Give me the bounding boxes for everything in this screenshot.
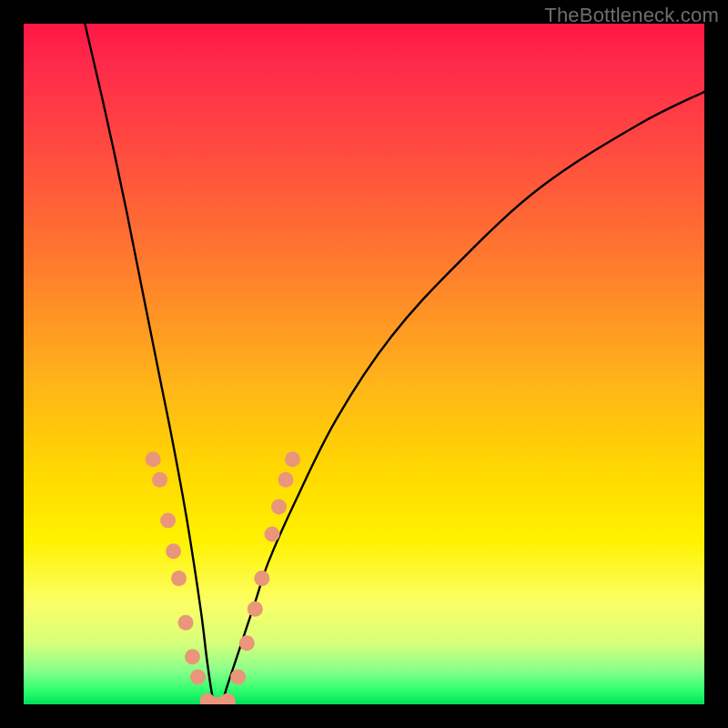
- data-marker: [239, 635, 255, 651]
- data-marker: [185, 649, 200, 664]
- data-marker: [171, 571, 187, 586]
- marker-layer: [146, 451, 300, 704]
- data-marker: [146, 451, 161, 467]
- bottleneck-curve: [85, 24, 704, 704]
- data-marker: [166, 543, 181, 559]
- data-marker: [265, 527, 280, 542]
- data-marker: [278, 472, 293, 488]
- watermark-text: TheBottleneck.com: [544, 4, 719, 27]
- data-marker: [271, 500, 287, 515]
- plot-area: [24, 24, 704, 704]
- curve-layer: [85, 24, 704, 704]
- data-marker: [254, 571, 269, 586]
- data-marker: [248, 602, 263, 617]
- data-marker: [285, 451, 300, 467]
- data-marker: [220, 693, 236, 704]
- data-marker: [190, 670, 206, 685]
- data-marker: [178, 615, 194, 631]
- data-marker: [230, 670, 246, 685]
- data-marker: [152, 472, 167, 488]
- bottleneck-chart: [24, 24, 704, 704]
- data-marker: [160, 513, 176, 529]
